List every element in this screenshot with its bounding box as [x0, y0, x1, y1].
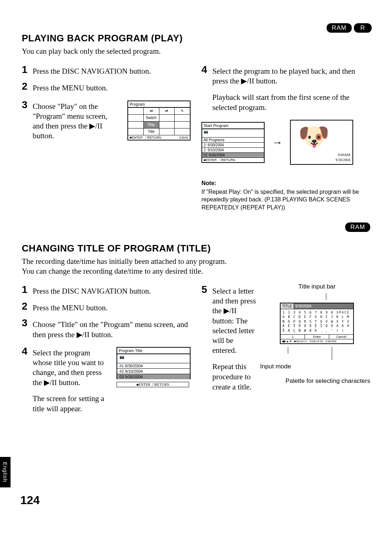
section2-title: CHANGING TITLE OF PROGRAM (TITLE): [22, 243, 370, 254]
s2-step-5: 5 Select a letter and then press the ▶/I…: [201, 285, 257, 356]
step-1: 1 Press the DISC NAVIGATION button.: [22, 65, 191, 76]
step-text: Choose "Play" on the "Program" menu scre…: [33, 100, 120, 141]
section1-title: PLAYING BACK PROGRAM (PLAY): [22, 33, 370, 44]
badge-ram: RAM: [327, 23, 352, 33]
title-input-figure: TITLE 9/30/2004 1 2 3 4 5 6 7 8 9 0 SPAC…: [280, 303, 354, 344]
badge-r: R: [354, 23, 372, 33]
fig-date: 9/30/2004: [335, 158, 350, 162]
s2-step-4: 4 Select the program whose title you wan…: [22, 346, 109, 388]
note-block: Note: If "Repeat Play: On" is specified,…: [201, 179, 370, 211]
step-text: Press the DISC NAVIGATION button.: [33, 65, 151, 76]
step-4: 4 Select the program to be played back, …: [201, 65, 370, 86]
step-text: Press the MENU button.: [33, 81, 108, 93]
step-3: 3 Choose "Play" on the "Program" menu sc…: [22, 100, 120, 141]
step-num: 3: [22, 100, 30, 110]
fig-time: 8:00AM: [338, 153, 350, 157]
annot-title-bar: Title input bar: [298, 283, 335, 290]
program-title-figure: Program Title 📷 #1 8/30/2004 #2 9/10/200…: [117, 347, 191, 379]
fig-title: Start Program: [202, 123, 264, 129]
start-program-figure: Start Program 📷 All Programs 2: 8/30/200…: [201, 122, 265, 163]
language-tab: English: [0, 457, 11, 487]
s2-step-3: 3 Choose "Title" on the "Program" menu s…: [22, 318, 191, 340]
page-number: 124: [20, 494, 40, 507]
playback-preview-figure: 🐶 8:00AM 9/30/2004: [290, 120, 353, 165]
arrow-right-icon: →: [272, 136, 283, 148]
step-text: Select the program to be played back, an…: [212, 65, 370, 86]
s2-step-1: 1 Press the DISC NAVIGATION button.: [22, 285, 191, 296]
section2-intro1: The recording date/time has initially be…: [22, 257, 370, 266]
step-2: 2 Press the MENU button.: [22, 81, 191, 93]
fig-title: Program: [128, 101, 190, 107]
annot-input-mode: Input mode: [260, 363, 291, 370]
section1-intro: You can play back only the selected prog…: [22, 47, 370, 56]
section2-left-after: The screen for setting a title will appe…: [33, 393, 109, 414]
s2-step-2: 2 Press the MENU button.: [22, 301, 191, 313]
note-title: Note:: [201, 179, 370, 187]
section1-right-para: Playback will start from the first scene…: [212, 92, 370, 113]
dog-illustration: 🐶: [298, 124, 330, 150]
note-text: If "Repeat Play: On" is specified, the s…: [201, 188, 370, 212]
step-num: 1: [22, 65, 30, 75]
annot-palette: Palette for selecting characters: [286, 377, 370, 385]
section2-intro2: You can change the recording date/time t…: [22, 267, 370, 276]
section2-right-para: Repeat this procedure to create a title.: [212, 361, 257, 392]
program-menu-figure: Program ⇄ ⇄ ✎ Switch: [127, 101, 191, 140]
step-num: 2: [22, 81, 30, 91]
badge-ram-2: RAM: [345, 222, 370, 232]
step-num: 4: [201, 65, 209, 75]
